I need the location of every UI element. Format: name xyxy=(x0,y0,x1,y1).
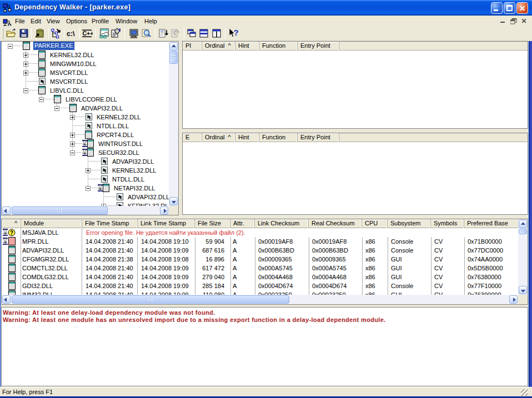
svg-text:C++: C++ xyxy=(83,30,93,37)
svg-text:?: ? xyxy=(234,28,239,37)
svg-text:c:\: c:\ xyxy=(67,30,75,38)
svg-text:?: ? xyxy=(10,230,13,236)
